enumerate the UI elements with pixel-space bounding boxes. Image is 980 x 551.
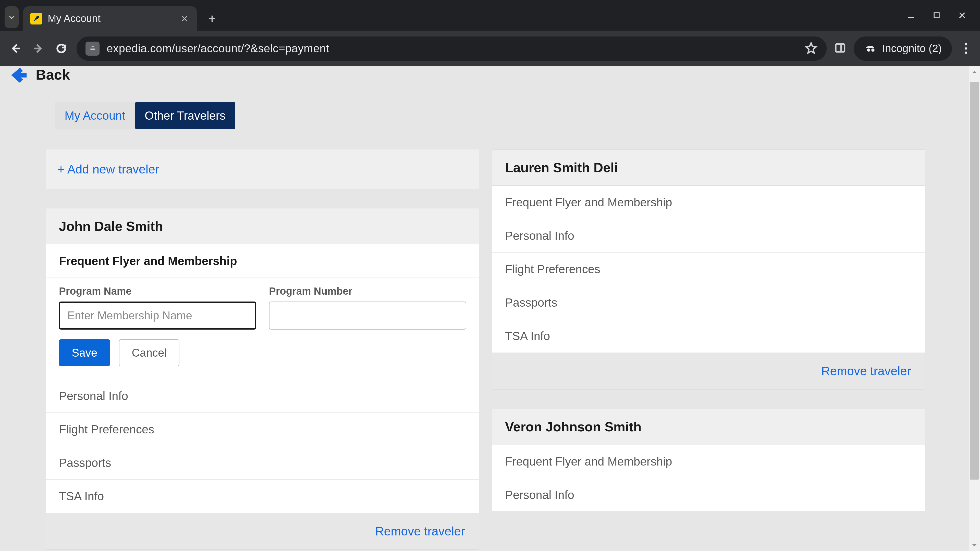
vertical-scrollbar[interactable] <box>969 66 980 551</box>
window-minimize-button[interactable] <box>906 10 916 21</box>
section-personal[interactable]: Personal Info <box>46 380 479 413</box>
incognito-indicator[interactable]: Incognito (2) <box>854 37 952 61</box>
bookmark-star-icon[interactable] <box>804 41 818 56</box>
tab-title: My Account <box>48 13 174 24</box>
address-bar[interactable]: expedia.com/user/account/?&selc=payment <box>76 37 827 61</box>
nav-reload-button[interactable] <box>54 41 69 56</box>
section-flight-prefs[interactable]: Flight Preferences <box>492 252 925 286</box>
section-ffm[interactable]: Frequent Flyer and Membership <box>492 445 925 478</box>
url-text: expedia.com/user/account/?&selc=payment <box>107 42 329 55</box>
cancel-button[interactable]: Cancel <box>119 339 180 366</box>
back-arrow-icon[interactable] <box>10 66 28 85</box>
browser-tabstrip: My Account <box>0 0 980 30</box>
new-tab-button[interactable] <box>203 10 221 27</box>
program-number-input[interactable] <box>269 302 466 330</box>
tab-close-button[interactable] <box>180 14 189 24</box>
save-button[interactable]: Save <box>59 339 110 366</box>
traveler-name: Lauren Smith Deli <box>505 160 912 175</box>
page-viewport: Back My Account Other Travelers + Add ne… <box>0 66 980 551</box>
favicon-expedia-icon <box>30 13 42 24</box>
traveler-card-john: John Dale Smith Frequent Flyer and Membe… <box>46 208 479 550</box>
back-row: Back <box>0 66 969 92</box>
side-panel-icon[interactable] <box>834 42 846 55</box>
program-name-input[interactable] <box>59 302 256 330</box>
window-controls <box>906 10 980 30</box>
traveler-card-header: John Dale Smith <box>46 208 479 245</box>
site-info-icon[interactable] <box>86 41 100 56</box>
scroll-up-button[interactable] <box>969 66 980 78</box>
scroll-down-button[interactable] <box>969 540 980 551</box>
svg-rect-1 <box>835 44 845 52</box>
add-traveler-link[interactable]: + Add new traveler <box>57 162 159 176</box>
incognito-label: Incognito (2) <box>882 42 942 55</box>
section-ffm[interactable]: Frequent Flyer and Membership <box>492 186 925 219</box>
browser-menu-button[interactable] <box>959 42 972 55</box>
section-tsa[interactable]: TSA Info <box>46 480 479 513</box>
svg-rect-0 <box>934 13 939 18</box>
section-flight-prefs[interactable]: Flight Preferences <box>46 413 479 446</box>
traveler-card-header: Lauren Smith Deli <box>492 150 925 186</box>
traveler-card-header: Veron Johnson Smith <box>492 409 925 445</box>
browser-tab-active[interactable]: My Account <box>23 6 197 30</box>
left-column: + Add new traveler John Dale Smith Frequ… <box>46 149 479 550</box>
section-passports[interactable]: Passports <box>46 446 479 480</box>
traveler-name: Veron Johnson Smith <box>505 419 912 434</box>
section-ffm-expanded[interactable]: Frequent Flyer and Membership <box>46 245 479 278</box>
svg-point-2 <box>965 43 967 45</box>
ffm-form: Program Name Program Number Save <box>46 278 479 380</box>
window-maximize-button[interactable] <box>932 10 942 21</box>
remove-traveler-link[interactable]: Remove traveler <box>821 364 911 378</box>
add-traveler-card: + Add new traveler <box>46 149 479 189</box>
right-column: Lauren Smith Deli Frequent Flyer and Mem… <box>492 149 925 550</box>
nav-forward-button[interactable] <box>30 41 46 56</box>
window-close-button[interactable] <box>957 10 967 21</box>
svg-point-3 <box>965 47 967 49</box>
traveler-card-lauren: Lauren Smith Deli Frequent Flyer and Mem… <box>492 149 925 389</box>
section-tsa[interactable]: TSA Info <box>492 319 925 353</box>
traveler-card-footer: Remove traveler <box>46 513 479 549</box>
back-label: Back <box>36 66 70 83</box>
traveler-name: John Dale Smith <box>59 219 466 234</box>
section-personal[interactable]: Personal Info <box>492 219 925 252</box>
section-personal[interactable]: Personal Info <box>492 478 925 511</box>
traveler-card-footer: Remove traveler <box>492 353 925 389</box>
svg-point-4 <box>965 52 967 54</box>
nav-back-button[interactable] <box>8 41 23 56</box>
remove-traveler-link[interactable]: Remove traveler <box>375 524 465 538</box>
page-tabs: My Account Other Travelers <box>0 92 969 129</box>
program-number-label: Program Number <box>269 286 466 297</box>
traveler-card-veron: Veron Johnson Smith Frequent Flyer and M… <box>492 409 925 512</box>
tab-other-travelers[interactable]: Other Travelers <box>135 102 235 129</box>
scroll-thumb[interactable] <box>970 82 979 480</box>
program-name-label: Program Name <box>59 286 256 297</box>
tab-my-account[interactable]: My Account <box>55 102 135 129</box>
section-passports[interactable]: Passports <box>492 286 925 319</box>
browser-toolbar: expedia.com/user/account/?&selc=payment … <box>0 30 980 66</box>
tab-search-button[interactable] <box>5 6 19 28</box>
